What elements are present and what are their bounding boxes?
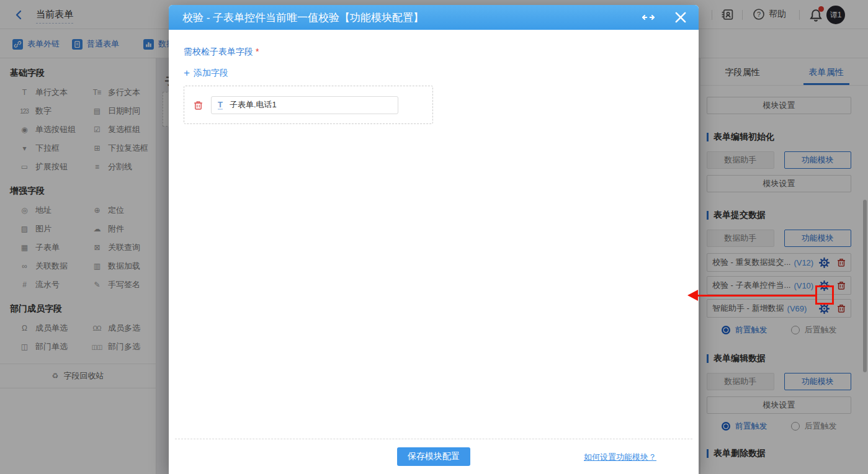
screen: 当前表单 帮助 谭1 表单外链 普通表单 [0,0,868,474]
add-field-button[interactable]: + 添加字段 [184,68,228,79]
modal-footer: 保存模块配置 如何设置功能模块？ [175,439,692,474]
function-module-config-modal: 校验 - 子表单控件当前唯一值校验【功能模块配置】 需校检子表单字段* + 添加… [169,5,699,474]
modal-header: 校验 - 子表单控件当前唯一值校验【功能模块配置】 [169,5,699,30]
field-label: 需校检子表单字段 [184,47,253,56]
how-to-configure-link[interactable]: 如何设置功能模块？ [584,452,656,463]
annotation-arrow-line [697,295,815,297]
text-field-icon: T [218,101,223,110]
close-icon[interactable] [674,11,687,24]
modal-body: 需校检子表单字段* + 添加字段 T 子表单.电话1 [169,30,699,439]
field-row-container: T 子表单.电话1 [184,86,433,124]
modal-title: 校验 - 子表单控件当前唯一值校验【功能模块配置】 [182,11,642,25]
subform-field-input[interactable]: T 子表单.电话1 [211,96,398,114]
required-asterisk: * [256,47,259,56]
save-module-config-button[interactable]: 保存模块配置 [397,447,470,466]
subform-field-value: 子表单.电话1 [230,99,277,110]
expand-horizontal-icon[interactable] [642,11,655,24]
delete-field-trash-icon[interactable] [193,100,204,110]
annotation-highlight-box [815,285,834,305]
annotation-arrow-head [687,290,698,301]
plus-icon: + [184,69,190,78]
